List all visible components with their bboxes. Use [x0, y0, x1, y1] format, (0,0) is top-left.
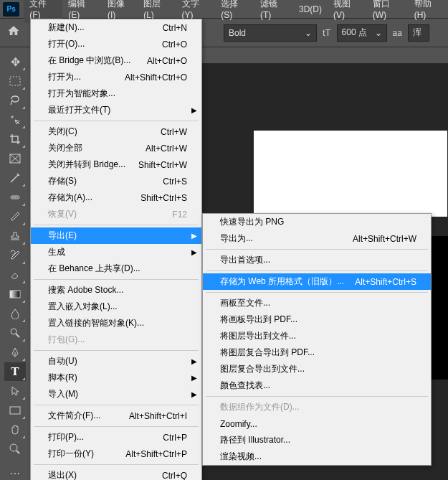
file-menu-item-14[interactable]: 导出(E)▶ [31, 227, 201, 244]
menu-filter[interactable]: 滤镜(T) [254, 0, 293, 23]
tool-blur[interactable] [4, 304, 26, 323]
menu-shortcut: Shift+Ctrl+W [138, 160, 187, 170]
menu-item-label: 存储为 Web 所用格式（旧版）... [220, 276, 344, 288]
antialias-value: 浑 [413, 27, 421, 39]
export-menu-item-7[interactable]: 画板至文件... [203, 295, 431, 311]
file-menu-item-5[interactable]: 最近打开文件(T)▶ [31, 102, 201, 118]
svg-rect-11 [10, 407, 20, 414]
menu-item-label: 打开(O)... [48, 38, 85, 50]
tool-pen[interactable] [4, 343, 26, 362]
tool-spot-heal[interactable] [4, 188, 26, 207]
menu-help[interactable]: 帮助(H) [409, 0, 448, 23]
tool-path-select[interactable] [4, 382, 26, 400]
file-menu-item-25[interactable]: 导入(M)▶ [31, 386, 201, 403]
export-menu-item-9[interactable]: 将图层导出到文件... [203, 328, 431, 344]
file-menu-item-16[interactable]: 在 Behance 上共享(D)... [31, 260, 201, 277]
file-menu-item-11[interactable]: 存储为(A)...Shift+Ctrl+S [31, 189, 201, 206]
export-menu-item-0[interactable]: 快速导出为 PNG [203, 214, 431, 230]
tool-quick-select[interactable] [4, 110, 26, 129]
export-menu-item-11[interactable]: 图层复合导出到文件... [203, 361, 431, 377]
file-menu-item-1[interactable]: 打开(O)...Ctrl+O [31, 36, 201, 52]
font-size-select[interactable]: 600 点⌄ [337, 24, 387, 42]
menu-item-label: 将画板导出到 PDF... [220, 314, 297, 326]
file-menu-item-2[interactable]: 在 Bridge 中浏览(B)...Alt+Ctrl+O [31, 52, 201, 69]
tool-eyedropper[interactable] [4, 169, 26, 187]
menu-item-label: 画板至文件... [220, 297, 270, 309]
export-menu-item-16[interactable]: 路径到 Illustrator... [203, 432, 431, 448]
antialias-select[interactable]: 浑 [408, 24, 429, 42]
tool-crop[interactable] [4, 130, 26, 149]
submenu-arrow-icon: ▶ [191, 357, 197, 365]
export-menu-item-1[interactable]: 导出为...Alt+Shift+Ctrl+W [203, 230, 431, 247]
tool-dodge[interactable] [4, 324, 26, 342]
file-menu-item-3[interactable]: 打开为...Alt+Shift+Ctrl+O [31, 69, 201, 85]
file-menu-item-24[interactable]: 脚本(R)▶ [31, 370, 201, 386]
file-menu-item-32[interactable]: 退出(X)Ctrl+Q [31, 467, 201, 480]
file-menu-item-4[interactable]: 打开为智能对象... [31, 85, 201, 102]
tool-gradient[interactable] [4, 285, 26, 303]
tool-zoom[interactable] [4, 440, 26, 458]
tool-brush[interactable] [4, 207, 26, 226]
font-weight-select[interactable]: Bold⌄ [224, 24, 317, 42]
menu-item-label: 打印(P)... [48, 431, 84, 443]
export-menu-item-15[interactable]: Zoomify... [203, 415, 431, 432]
file-menu-item-27[interactable]: 文件简介(F)...Alt+Shift+Ctrl+I [31, 408, 201, 424]
menu-item-label: 数据组作为文件(D)... [220, 401, 300, 413]
menu-3d[interactable]: 3D(D) [293, 1, 328, 17]
home-icon[interactable] [7, 24, 20, 37]
tool-lasso[interactable] [4, 91, 26, 110]
tool-move[interactable]: ✥ [4, 52, 26, 71]
file-menu-item-10[interactable]: 存储(S)Ctrl+S [31, 173, 201, 189]
svg-line-13 [16, 451, 19, 453]
tool-eraser[interactable] [4, 265, 26, 284]
menubar: Ps 文件(F) 编辑(E) 图像(I) 图层(L) 文字(Y) 选择(S) 滤… [0, 0, 448, 19]
file-menu-item-0[interactable]: 新建(N)...Ctrl+N [31, 19, 201, 36]
chevron-down-icon: ⌄ [305, 28, 312, 38]
svg-point-7 [16, 197, 18, 198]
menu-item-label: 渲染视频... [220, 451, 262, 463]
menu-item-label: 在 Behance 上共享(D)... [48, 263, 140, 275]
tool-history-brush[interactable] [4, 246, 26, 265]
tools-panel: ✥ T ⋯ [0, 47, 32, 480]
document-black [429, 236, 448, 380]
export-menu-item-5[interactable]: 存储为 Web 所用格式（旧版）...Alt+Shift+Ctrl+S [203, 273, 431, 290]
menu-item-label: 最近打开文件(T) [48, 104, 110, 116]
menu-shortcut: Ctrl+N [163, 23, 187, 33]
tool-frame[interactable] [4, 149, 26, 168]
file-menu-item-8[interactable]: 关闭全部Alt+Ctrl+W [31, 140, 201, 156]
menu-view[interactable]: 视图(V) [328, 0, 367, 23]
file-menu-item-9[interactable]: 关闭并转到 Bridge...Shift+Ctrl+W [31, 156, 201, 173]
menu-item-label: 存储(S) [48, 175, 77, 187]
tool-rectangle[interactable] [4, 401, 26, 420]
app-logo: Ps [3, 2, 19, 17]
file-menu-item-30[interactable]: 打印一份(Y)Alt+Shift+Ctrl+P [31, 446, 201, 462]
export-menu-item-10[interactable]: 将图层复合导出到 PDF... [203, 344, 431, 361]
export-menu-item-8[interactable]: 将画板导出到 PDF... [203, 311, 431, 328]
menu-select[interactable]: 选择(S) [215, 0, 254, 23]
font-size-value: 600 点 [342, 27, 367, 39]
menu-separator [34, 464, 199, 465]
tool-marquee[interactable] [4, 72, 26, 90]
tool-more[interactable]: ⋯ [4, 464, 26, 480]
menu-window[interactable]: 窗口(W) [367, 0, 409, 23]
tool-hand[interactable] [4, 420, 26, 439]
menu-shortcut: Ctrl+O [162, 39, 187, 50]
tool-stamp[interactable] [4, 227, 26, 245]
menu-separator [34, 405, 199, 405]
export-menu-item-17[interactable]: 渲染视频... [203, 448, 431, 465]
file-menu-item-18[interactable]: 搜索 Adobe Stock... [31, 282, 201, 298]
menu-item-label: 导出(E) [48, 230, 77, 242]
tool-type[interactable]: T [4, 362, 26, 381]
file-menu-item-19[interactable]: 置入嵌入对象(L)... [31, 298, 201, 315]
menu-shortcut: Ctrl+W [161, 127, 187, 137]
file-menu-item-29[interactable]: 打印(P)...Ctrl+P [31, 429, 201, 446]
menu-separator [34, 426, 199, 427]
file-menu-item-23[interactable]: 自动(U)▶ [31, 353, 201, 370]
export-menu-item-3[interactable]: 导出首选项... [203, 252, 431, 268]
file-menu-item-15[interactable]: 生成▶ [31, 244, 201, 260]
file-menu-item-7[interactable]: 关闭(C)Ctrl+W [31, 123, 201, 140]
svg-point-5 [12, 197, 14, 198]
menu-item-label: 将图层复合导出到 PDF... [220, 347, 315, 359]
file-menu-item-20[interactable]: 置入链接的智能对象(K)... [31, 315, 201, 331]
export-menu-item-12[interactable]: 颜色查找表... [203, 377, 431, 394]
